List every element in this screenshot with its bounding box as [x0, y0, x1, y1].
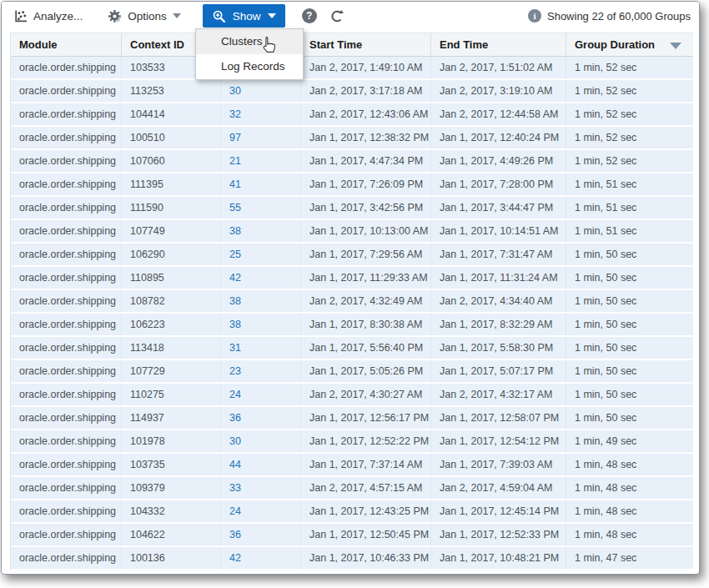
cell-count[interactable]: 36	[221, 407, 301, 429]
sort-descending-icon[interactable]	[670, 43, 681, 49]
table-row[interactable]: oracle.order.shipping11027524Jan 2, 2017…	[11, 384, 693, 407]
cell-end-time: Jan 2, 2017, 4:59:04 AM	[431, 477, 566, 499]
cell-duration: 1 min, 50 sec	[566, 384, 693, 405]
column-header-end-time[interactable]: End Time	[431, 33, 566, 56]
cell-count[interactable]: 42	[221, 547, 301, 569]
cell-end-time: Jan 1, 2017, 7:28:00 PM	[431, 173, 566, 195]
table-row[interactable]: oracle.order.shipping103533Jan 2, 2017, …	[11, 57, 693, 80]
table-row[interactable]: oracle.order.shipping10937933Jan 2, 2017…	[11, 477, 693, 500]
cell-start-time: Jan 1, 2017, 12:43:25 PM	[301, 500, 431, 522]
table-row[interactable]: oracle.order.shipping10622338Jan 1, 2017…	[11, 314, 693, 337]
cell-duration: 1 min, 48 sec	[566, 524, 693, 545]
analyze-button[interactable]: Analyze...	[13, 9, 83, 23]
table-row[interactable]: oracle.order.shipping10772923Jan 1, 2017…	[11, 360, 693, 384]
cell-duration: 1 min, 51 sec	[566, 173, 693, 195]
cell-end-time: Jan 1, 2017, 7:31:47 AM	[431, 244, 566, 265]
cell-end-time: Jan 1, 2017, 8:32:29 AM	[431, 314, 566, 335]
table-row[interactable]: oracle.order.shipping10441432Jan 2, 2017…	[11, 103, 693, 127]
table-row[interactable]: oracle.order.shipping10051097Jan 1, 2017…	[11, 127, 693, 150]
cell-context-id: 113253	[122, 80, 221, 102]
cell-context-id: 104414	[122, 103, 221, 125]
table-row[interactable]: oracle.order.shipping10013642Jan 1, 2017…	[11, 547, 693, 570]
cell-start-time: Jan 2, 2017, 12:43:06 AM	[301, 103, 431, 125]
column-header-module[interactable]: Module	[11, 33, 122, 56]
cell-module: oracle.order.shipping	[11, 290, 122, 312]
cell-duration: 1 min, 50 sec	[566, 267, 693, 289]
help-button[interactable]: ?	[302, 8, 317, 23]
cell-count[interactable]: 30	[221, 80, 301, 102]
table-row[interactable]: oracle.order.shipping10629025Jan 1, 2017…	[11, 244, 693, 267]
cell-count[interactable]: 23	[221, 360, 301, 382]
cell-count[interactable]: 36	[221, 524, 301, 545]
cell-count[interactable]: 31	[221, 337, 301, 359]
cell-count[interactable]: 41	[221, 173, 301, 195]
table-header-row: Module Context ID Start Time End Time Gr…	[11, 33, 693, 57]
cell-module: oracle.order.shipping	[11, 103, 122, 125]
cell-end-time: Jan 1, 2017, 10:14:51 AM	[431, 220, 566, 242]
refresh-button[interactable]	[329, 9, 344, 23]
column-header-start-time[interactable]: Start Time	[301, 33, 431, 56]
cell-count[interactable]: 38	[221, 290, 301, 312]
cell-duration: 1 min, 52 sec	[566, 150, 693, 172]
cell-start-time: Jan 1, 2017, 7:26:09 PM	[301, 173, 431, 195]
cell-count[interactable]: 55	[221, 197, 301, 219]
cell-start-time: Jan 1, 2017, 12:52:22 PM	[301, 430, 431, 452]
cell-context-id: 109379	[122, 477, 221, 499]
cell-count[interactable]: 32	[221, 103, 301, 125]
cell-context-id: 110895	[122, 267, 221, 289]
cell-start-time: Jan 1, 2017, 12:50:45 PM	[301, 524, 431, 545]
cell-count[interactable]: 33	[221, 477, 301, 499]
cell-start-time: Jan 2, 2017, 4:30:27 AM	[301, 384, 431, 405]
table-row[interactable]: oracle.order.shipping10197830Jan 1, 2017…	[11, 430, 693, 454]
table-row[interactable]: oracle.order.shipping11341831Jan 1, 2017…	[11, 337, 693, 360]
cell-start-time: Jan 1, 2017, 10:13:00 AM	[301, 220, 431, 242]
cell-start-time: Jan 1, 2017, 11:29:33 AM	[301, 267, 431, 289]
cell-end-time: Jan 2, 2017, 12:44:58 AM	[431, 103, 566, 125]
cell-count[interactable]: 30	[221, 430, 301, 452]
cell-module: oracle.order.shipping	[11, 547, 122, 569]
table-row[interactable]: oracle.order.shipping11139541Jan 1, 2017…	[11, 173, 693, 197]
table-row[interactable]: oracle.order.shipping11325330Jan 2, 2017…	[11, 80, 693, 103]
show-dropdown-button[interactable]: Show	[203, 4, 285, 28]
chevron-down-icon	[173, 13, 181, 18]
cell-count[interactable]: 21	[221, 150, 301, 172]
menu-item-clusters[interactable]: Clusters	[196, 29, 303, 54]
table-row[interactable]: oracle.order.shipping10706021Jan 1, 2017…	[11, 150, 693, 173]
cell-count[interactable]: 24	[221, 384, 301, 405]
options-dropdown-button[interactable]: Options	[108, 9, 181, 23]
table-row[interactable]: oracle.order.shipping10373544Jan 1, 2017…	[11, 454, 693, 477]
cell-duration: 1 min, 50 sec	[566, 290, 693, 312]
cell-end-time: Jan 1, 2017, 10:48:21 PM	[431, 547, 566, 569]
cell-context-id: 107749	[122, 220, 221, 242]
cell-count[interactable]: 24	[221, 500, 301, 522]
show-label: Show	[233, 10, 261, 23]
cell-start-time: Jan 1, 2017, 8:30:38 AM	[301, 314, 431, 335]
column-header-group-duration[interactable]: Group Duration	[566, 33, 693, 56]
cell-context-id: 101978	[122, 430, 221, 452]
cell-count[interactable]: 42	[221, 267, 301, 289]
cell-count[interactable]: 38	[221, 220, 301, 242]
hand-pointer-cursor	[259, 35, 279, 57]
table-row[interactable]: oracle.order.shipping11089542Jan 1, 2017…	[11, 267, 693, 290]
table-row[interactable]: oracle.order.shipping10774938Jan 1, 2017…	[11, 220, 693, 244]
cell-start-time: Jan 1, 2017, 12:38:32 PM	[301, 127, 431, 148]
cell-end-time: Jan 2, 2017, 4:32:17 AM	[431, 384, 566, 405]
cell-end-time: Jan 2, 2017, 3:19:10 AM	[431, 80, 566, 102]
menu-item-log-records[interactable]: Log Records	[196, 54, 303, 79]
table-row[interactable]: oracle.order.shipping10878238Jan 2, 2017…	[11, 290, 693, 314]
cell-count[interactable]: 25	[221, 244, 301, 265]
info-icon: i	[528, 9, 541, 23]
cell-module: oracle.order.shipping	[11, 173, 122, 195]
cell-duration: 1 min, 47 sec	[566, 547, 693, 569]
table-row[interactable]: oracle.order.shipping11493736Jan 1, 2017…	[11, 407, 693, 430]
cell-count[interactable]: 44	[221, 454, 301, 475]
cell-duration: 1 min, 52 sec	[566, 57, 693, 78]
table-row[interactable]: oracle.order.shipping11159055Jan 1, 2017…	[11, 197, 693, 220]
table-row[interactable]: oracle.order.shipping10462236Jan 1, 2017…	[11, 524, 693, 547]
cell-count[interactable]: 97	[221, 127, 301, 148]
cell-count[interactable]: 38	[221, 314, 301, 335]
cell-end-time: Jan 1, 2017, 5:58:30 PM	[431, 337, 566, 359]
table-row[interactable]: oracle.order.shipping10433224Jan 1, 2017…	[11, 500, 693, 524]
cell-context-id: 111590	[122, 197, 221, 219]
cell-end-time: Jan 1, 2017, 12:54:12 PM	[431, 430, 566, 452]
